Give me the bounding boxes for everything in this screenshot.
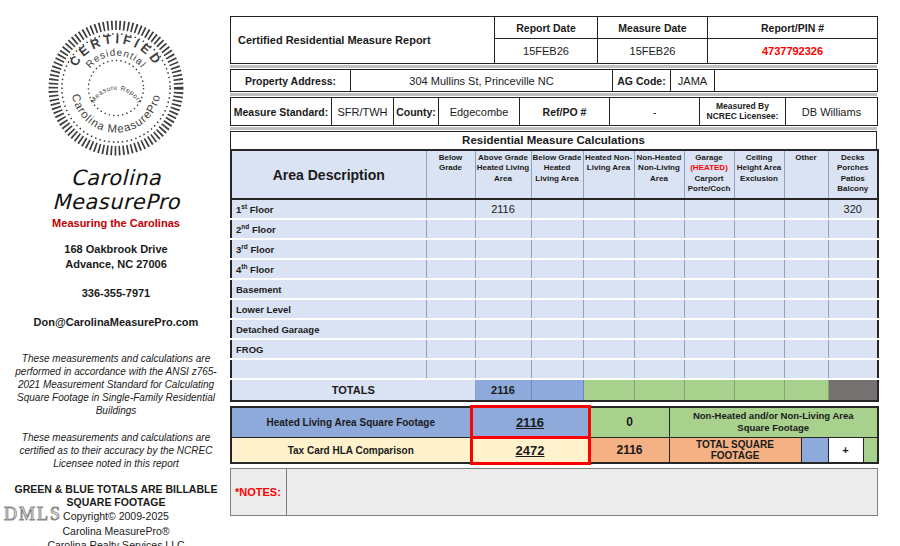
cell	[475, 239, 531, 259]
cell	[734, 359, 784, 379]
county-label: County:	[394, 98, 439, 126]
cell: 320	[828, 199, 878, 219]
report-date-value: 15FEB26	[495, 39, 598, 64]
tax-card-label: Tax Card HLA Comparison	[231, 438, 471, 464]
cell	[784, 279, 828, 299]
cell	[784, 319, 828, 339]
notes-content-area	[287, 468, 878, 515]
disclaimer-certified: These measurements and calculations are …	[18, 431, 214, 471]
cell	[684, 259, 734, 279]
row-label	[231, 359, 426, 379]
cell	[531, 199, 583, 219]
cell	[684, 339, 734, 359]
table-row-detached-garage: Detached Garaage	[231, 319, 878, 339]
cell	[684, 319, 734, 339]
total-sqft-value: 2116	[589, 438, 669, 464]
table-row-empty	[231, 359, 878, 379]
cell	[828, 339, 878, 359]
col-header-area-description: Area Description	[231, 150, 426, 199]
cell	[684, 199, 734, 219]
cell	[784, 339, 828, 359]
report-header-table: Certified Residential Measure Report Rep…	[230, 16, 878, 64]
table-row-basement: Basement	[231, 279, 878, 299]
cell	[583, 299, 634, 319]
cell	[828, 319, 878, 339]
cell	[475, 219, 531, 239]
non-heated-value: 0	[589, 407, 669, 438]
cell	[734, 259, 784, 279]
totals-heated-nonliving	[583, 379, 634, 401]
cell	[426, 259, 475, 279]
property-address-value: 304 Mullins St, Princeville NC	[351, 70, 613, 92]
dmls-watermark: DMLS	[4, 504, 62, 525]
address-line2: Advance, NC 27006	[8, 257, 224, 272]
calculations-table: Area Description Below Grade Above Grade…	[230, 149, 879, 402]
measure-standard-label: Measure Standard:	[231, 98, 332, 126]
certified-stamp-seal: CERTIFIED Residential Carolina MeasurePr…	[40, 12, 192, 164]
email-address: Don@CarolinaMeasurePro.com	[8, 316, 224, 328]
cell	[734, 219, 784, 239]
measure-date-label: Measure Date	[598, 17, 708, 39]
hla-value: 2116	[471, 407, 589, 438]
cell	[828, 239, 878, 259]
cell	[634, 259, 684, 279]
notes-table: *NOTES:	[230, 468, 878, 516]
col-header-decks: Decks Porches Patios Balcony	[828, 150, 878, 199]
pin-label: Report/PIN #	[708, 17, 878, 39]
cell	[426, 319, 475, 339]
county-value: Edgecombe	[439, 98, 520, 126]
cell: 2116	[475, 199, 531, 219]
totals-row: TOTALS 2116	[231, 379, 878, 401]
cell	[583, 339, 634, 359]
cell	[426, 279, 475, 299]
cell	[684, 359, 734, 379]
col-header-above-grade-hla: Above Grade Heated Living Area	[475, 150, 531, 199]
col-header-garage: Garage (HEATED) Carport Porte/Coch	[684, 150, 734, 199]
address-line1: 168 Oakbrook Drive	[8, 242, 224, 257]
svg-text:Measure Report: Measure Report	[89, 84, 144, 104]
cell	[426, 299, 475, 319]
property-address-table: Property Address: 304 Mullins St, Prince…	[230, 69, 878, 92]
totals-ceiling	[734, 379, 784, 401]
cell	[531, 219, 583, 239]
totals-above-grade-hla: 2116	[475, 379, 531, 401]
cell	[426, 359, 475, 379]
totals-label: TOTALS	[231, 379, 475, 401]
table-row-lower-level: Lower Level	[231, 299, 878, 319]
heated-living-area-row: Heated Living Area Square Footage 2116 0…	[231, 407, 878, 438]
cell	[784, 199, 828, 219]
cell	[784, 259, 828, 279]
col-header-other: Other	[784, 150, 828, 199]
table-row-1st-floor: 1st Floor 2116 320	[231, 199, 878, 219]
cell	[583, 199, 634, 219]
col-header-ceiling: Ceiling Height Area Exclusion	[734, 150, 784, 199]
report-date-label: Report Date	[495, 17, 598, 39]
cell	[734, 199, 784, 219]
table-row-4th-floor: 4th Floor	[231, 259, 878, 279]
cell	[583, 319, 634, 339]
brand-tagline: Measuring the Carolinas	[8, 217, 224, 229]
cell	[583, 259, 634, 279]
cell	[531, 319, 583, 339]
col-header-below-grade-hla: Below Grade Heated Living Area	[531, 150, 583, 199]
property-address-label: Property Address:	[231, 70, 351, 92]
row-label: Basement	[231, 279, 426, 299]
cell	[634, 359, 684, 379]
cell	[828, 279, 878, 299]
cell	[684, 239, 734, 259]
empty-cell	[715, 70, 878, 92]
cell	[734, 339, 784, 359]
stamp-seal-graphic: CERTIFIED Residential Carolina MeasurePr…	[40, 12, 192, 164]
table-row-3rd-floor: 3rd Floor	[231, 239, 878, 259]
cell	[734, 319, 784, 339]
disclaimer-ansi: These measurements and calculations are …	[14, 352, 218, 418]
sidebar: CERTIFIED Residential Carolina MeasurePr…	[8, 8, 224, 546]
cell	[634, 239, 684, 259]
ag-code-value: JAMA	[671, 70, 715, 92]
cell	[734, 279, 784, 299]
blue-swatch-cell	[801, 438, 828, 464]
notes-label: *NOTES:	[231, 468, 287, 515]
cell	[583, 239, 634, 259]
cell	[828, 359, 878, 379]
report-title: Certified Residential Measure Report	[231, 17, 495, 64]
